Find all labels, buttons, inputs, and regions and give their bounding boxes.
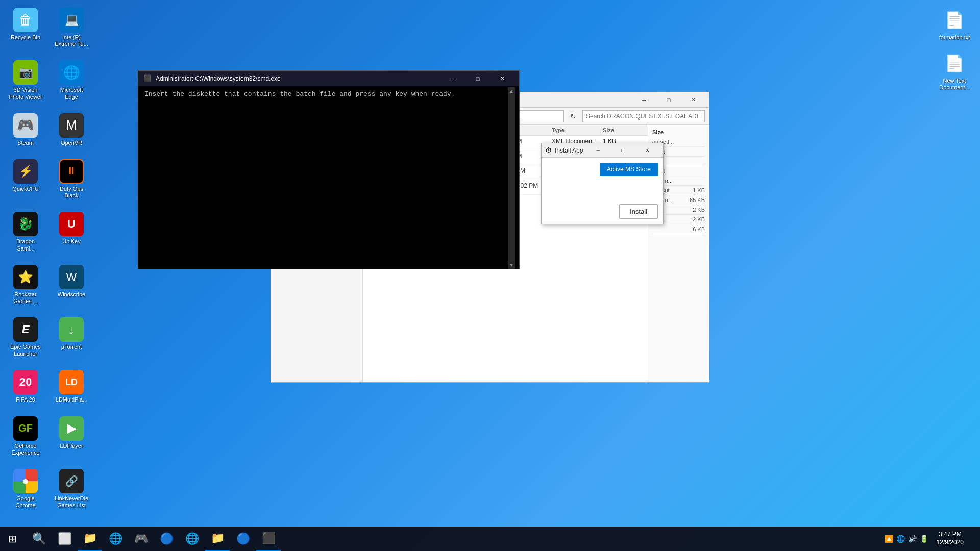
desktop-icon-steam[interactable]: 🎮 Steam <box>5 111 46 149</box>
taskbar-item-cmd[interactable]: ⬛ <box>256 527 281 551</box>
desktop-icon-quickcpu[interactable]: ⚡ QuickCPU <box>5 157 46 202</box>
cmd-close-button[interactable]: ✕ <box>491 71 514 86</box>
active-ms-store-button[interactable]: Active MS Store <box>600 163 658 176</box>
taskbar-item-folder[interactable]: 📁 <box>205 527 230 551</box>
geforce-label: GeForce Experience <box>8 443 43 456</box>
ldplayer-label: LDPlayer <box>60 443 83 449</box>
taskview-icon: ⬜ <box>58 532 71 545</box>
browser1-icon: 🌐 <box>109 532 122 545</box>
cmd-window-controls: ─ □ ✕ <box>442 71 514 86</box>
desktop-icon-intel[interactable]: 💻 Intel(R) Extreme Tu... <box>51 5 92 50</box>
size-header: Size <box>652 129 705 135</box>
tray-chevron-icon[interactable]: 🔼 <box>885 535 893 543</box>
tray-clock: 3:47 PM <box>937 531 964 539</box>
explorer-maximize-button[interactable]: □ <box>657 92 680 108</box>
openvr-label: OpenVR <box>61 140 82 146</box>
explorer-close-button[interactable]: ✕ <box>681 92 705 108</box>
desktop-icon-windscribe[interactable]: W Windscribe <box>51 262 92 307</box>
desktop-icon-chrome[interactable]: ● Google Chrome <box>5 466 46 511</box>
tray-date: 12/9/2020 <box>937 539 964 547</box>
taskbar-tray: 🔼 🌐 🔊 🔋 3:47 PM 12/9/2020 <box>879 527 980 551</box>
fileexplorer-icon: 📁 <box>83 532 97 545</box>
desktop-icon-geforce[interactable]: GF GeForce Experience <box>5 414 46 459</box>
cmd-scroll-down[interactable]: ▼ <box>509 262 514 268</box>
utorrent-label: µTorrent <box>61 344 82 350</box>
tray-network-icon[interactable]: 🌐 <box>896 535 905 543</box>
refresh-button[interactable]: ↻ <box>566 109 580 123</box>
fifa-label: FIFA 20 <box>16 396 35 403</box>
taskbar-item-chrome[interactable]: 🌐 <box>180 527 204 551</box>
desktop-icon-3dvision[interactable]: 📷 3D Vision Photo Viewer <box>5 58 46 103</box>
steam-label: Steam <box>17 140 34 146</box>
app3-icon: 🔵 <box>160 532 174 545</box>
desktop-icons-right: 📄 formation.txt 📄 New Text Document... <box>934 5 975 96</box>
desktop-icon-utorrent[interactable]: ↓ µTorrent <box>51 315 92 360</box>
chrome-label: Google Chrome <box>8 495 43 509</box>
cmd-text: Insert the diskette that contains the ba… <box>144 90 513 98</box>
intel-label: Intel(R) Extreme Tu... <box>54 34 89 47</box>
rockstar-label: Rockstar Games ... <box>8 291 43 305</box>
ldmulti-label: LDMultiPla... <box>56 396 87 403</box>
linknever-label: LinkNeverDie Games List <box>54 495 89 509</box>
cmd-window: ⬛ Administrator: C:\Windows\system32\cmd… <box>138 70 520 269</box>
cmd-body[interactable]: Insert the diskette that contains the ba… <box>138 86 519 269</box>
install-app-icon: ⏱ <box>546 147 552 154</box>
install-button[interactable]: Install <box>619 204 658 219</box>
install-maximize-button[interactable]: □ <box>611 143 634 158</box>
right-info-row-10: 6 KB <box>652 224 705 234</box>
desktop-icon-rockstar[interactable]: ⭐ Rockstar Games ... <box>5 262 46 307</box>
desktop-icon-unikey[interactable]: U UniKey <box>51 209 92 254</box>
desktop-icon-fifa[interactable]: 20 FIFA 20 <box>5 367 46 406</box>
chrome-taskbar-icon: 🌐 <box>185 532 199 545</box>
tray-icons: 🔼 🌐 🔊 🔋 <box>885 535 928 543</box>
tray-battery-icon[interactable]: 🔋 <box>920 535 928 543</box>
col-type: Type <box>552 127 603 133</box>
desktop-icons-left: 🗑 Recycle Bin 💻 Intel(R) Extreme Tu... 📷… <box>0 0 97 521</box>
unikey-label: UniKey <box>62 238 80 245</box>
cmd-scroll-up[interactable]: ▲ <box>509 88 514 94</box>
search-input[interactable] <box>582 110 705 122</box>
cmd-icon: ⬛ <box>143 74 152 83</box>
taskbar: ⊞ 🔍 ⬜ 📁 🌐 🎮 🔵 🌐 <box>0 527 980 551</box>
desktop-icon-openvr[interactable]: M OpenVR <box>51 111 92 149</box>
show-desktop-button[interactable] <box>972 527 975 551</box>
desktop-icon-ldplayer[interactable]: ▶ LDPlayer <box>51 414 92 459</box>
desktop-icon-edge[interactable]: 🌐 Microsoft Edge <box>51 58 92 103</box>
install-titlebar: ⏱ Install App ─ □ ✕ <box>542 143 663 158</box>
taskbar-item-browser1[interactable]: 🌐 <box>103 527 128 551</box>
taskbar-item-app3[interactable]: 🔵 <box>154 527 179 551</box>
cmd-title: Administrator: C:\Windows\system32\cmd.e… <box>156 75 437 82</box>
install-title: Install App <box>555 147 583 154</box>
recycle-bin-label: Recycle Bin <box>11 34 40 41</box>
taskbar-item-game1[interactable]: 🎮 <box>129 527 153 551</box>
tray-time[interactable]: 3:47 PM 12/9/2020 <box>933 530 968 547</box>
explorer-minimize-button[interactable]: ─ <box>632 92 656 108</box>
callduty-label: Duty Ops Black <box>54 186 89 199</box>
taskbar-item-fileexplorer[interactable]: 📁 <box>78 527 102 551</box>
desktop-icon-formation-txt[interactable]: 📄 formation.txt <box>934 5 975 43</box>
desktop-icon-recycle-bin[interactable]: 🗑 Recycle Bin <box>5 5 46 50</box>
taskbar-item-app5[interactable]: 🔵 <box>231 527 255 551</box>
start-button[interactable]: ⊞ <box>0 527 24 551</box>
epic-label: Epic Games Launcher <box>8 344 43 357</box>
cmd-maximize-button[interactable]: □ <box>466 71 489 86</box>
desktop-icon-ldmulti[interactable]: LD LDMultiPla... <box>51 367 92 406</box>
desktop-icon-linknever[interactable]: 🔗 LinkNeverDie Games List <box>51 466 92 511</box>
cmd-minimize-button[interactable]: ─ <box>442 71 465 86</box>
desktop-icon-callduty[interactable]: II Duty Ops Black <box>51 157 92 202</box>
3dvision-label: 3D Vision Photo Viewer <box>8 87 43 100</box>
tray-volume-icon[interactable]: 🔊 <box>908 535 917 543</box>
install-minimize-button[interactable]: ─ <box>586 143 610 158</box>
col-size: Size <box>603 127 644 133</box>
dragon-label: Dragon Gami... <box>8 238 43 252</box>
cmd-taskbar-icon: ⬛ <box>262 532 276 545</box>
desktop-icon-epic[interactable]: E Epic Games Launcher <box>5 315 46 360</box>
formation-txt-label: formation.txt <box>939 34 970 41</box>
install-close-button[interactable]: ✕ <box>635 143 659 158</box>
desktop-icon-dragon[interactable]: 🐉 Dragon Gami... <box>5 209 46 254</box>
desktop-icon-new-text-doc[interactable]: 📄 New Text Document... <box>934 48 975 93</box>
install-window-controls: ─ □ ✕ <box>586 143 659 158</box>
taskbar-search[interactable]: 🔍 <box>27 527 51 551</box>
taskbar-taskview[interactable]: ⬜ <box>52 527 77 551</box>
edge-label: Microsoft Edge <box>54 87 89 100</box>
